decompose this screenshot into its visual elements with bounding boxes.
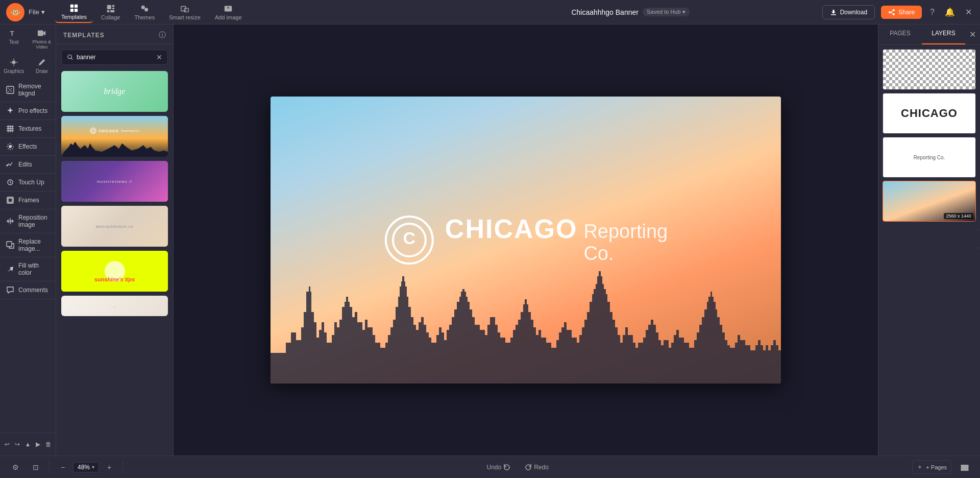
left-sidebar: T Text Photos & Video Graphics Draw Remo… [0,25,56,456]
action-frames[interactable]: Frames [0,192,56,209]
layer-item-chicago[interactable]: CHICAGO [883,93,976,134]
doc-title: Chicaahhhgo Banner [571,8,639,16]
zoom-out-button[interactable]: − [56,460,70,474]
search-bar: ✕ [61,50,168,65]
layer-chicago-label: CHICAGO [901,107,958,120]
search-icon [67,54,74,61]
notifications-icon[interactable]: 🔔 [943,5,957,19]
search-clear-icon[interactable]: ✕ [156,53,162,61]
settings-button[interactable]: ⚙ [8,460,22,474]
action-replace-image[interactable]: Replace image... [0,233,56,257]
tool-graphics[interactable]: Graphics [0,54,28,78]
svg-rect-8 [110,10,114,12]
chicago-text: CHICAGO [445,216,578,242]
file-menu[interactable]: File ▾ [29,8,45,16]
tool-photos-video[interactable]: Photos & Video [28,25,56,54]
play-icon[interactable]: ▶ [33,437,43,451]
add-pages-button[interactable]: ＋ + Pages [912,460,951,474]
zoom-controls: − 48% ▾ + [56,460,116,474]
zoom-in-button[interactable]: + [102,460,116,474]
layer-item-reporting[interactable]: Reporting Co. [883,137,976,178]
template-thumb[interactable]: bridge [61,71,168,112]
template-thumb-light[interactable]: ... [61,296,168,316]
history-toolbar: ↩ ↪ ▲ ▶ 🗑 [0,433,56,456]
action-reposition-image[interactable]: Reposition image [0,209,56,233]
svg-point-24 [7,165,8,166]
graphics-draw-group: Graphics Draw [0,54,56,78]
template-thumb-chicago[interactable]: CHICAGO Reporting Co. [61,116,168,157]
action-pro-effects[interactable]: Pro effects [0,102,56,120]
tab-layers[interactable]: LAYERS [922,25,965,44]
tool-draw[interactable]: Draw [28,54,56,78]
undo-button[interactable]: Undo [482,462,514,473]
right-sidebar: PAGES LAYERS ✕ CHICAGO Reporting Co. 256… [878,25,980,456]
action-edits[interactable]: Edits [0,156,56,174]
help-icon[interactable]: ? [928,6,937,19]
nav-tool-smart-resize[interactable]: Smart resize [163,2,207,22]
search-input[interactable] [77,54,153,61]
panel-info-icon[interactable]: ⓘ [159,31,166,40]
svg-rect-36 [961,467,968,468]
action-touch-up[interactable]: Touch Up [0,174,56,192]
action-comments[interactable]: Comments [0,281,56,299]
action-fill-with-color[interactable]: Fill with color [0,257,56,281]
doc-title-area: Chicaahhhgo Banner Saved to Hub ▾ [438,8,822,16]
crop-button[interactable]: ⊡ [29,460,43,474]
tab-pages[interactable]: PAGES [878,25,922,44]
templates-panel: TEMPLATES ⓘ ✕ bridge CHIC [56,25,174,456]
svg-rect-28 [7,242,12,247]
svg-point-29 [68,55,71,58]
panel-title: TEMPLATES [63,32,105,39]
svg-rect-2 [70,8,74,11]
layer-item-image[interactable]: 2560 x 1440 [883,181,976,222]
nav-tool-add-image[interactable]: Add image [209,2,248,22]
share-button[interactable]: Share [881,6,922,19]
svg-rect-7 [107,10,110,12]
download-button[interactable]: Download [822,5,875,19]
layer-item[interactable] [883,49,976,90]
nav-tool-templates[interactable]: Templates [55,2,93,23]
canvas-container: C CHICAGO Reporting Co. [271,97,781,384]
layers-list: CHICAGO Reporting Co. 2560 x 1440 [878,45,980,456]
saved-badge[interactable]: Saved to Hub ▾ [643,8,690,16]
layer-reporting-label: Reporting Co. [914,155,945,160]
tool-text[interactable]: T Text [0,25,28,54]
svg-rect-3 [75,8,78,11]
template-thumb-music[interactable]: musicreviews // [61,161,168,202]
divider-2 [122,461,123,473]
action-effects[interactable]: Effects [0,138,56,156]
top-nav: 🐵 File ▾ Templates Collage Themes Smart … [0,0,980,25]
canvas-frame[interactable]: C CHICAGO Reporting Co. [271,97,781,384]
banner-logo-group: C CHICAGO Reporting Co. [384,214,668,266]
svg-point-10 [144,8,148,11]
close-icon[interactable]: ✕ [963,5,974,19]
triangle-icon[interactable]: ▲ [22,437,33,451]
svg-rect-4 [107,5,111,9]
action-textures[interactable]: Textures [0,120,56,138]
template-thumb-sunshine[interactable]: sunshine's tips [61,251,168,292]
svg-rect-11 [181,6,186,11]
svg-point-31 [91,130,94,133]
banner-text-group: CHICAGO Reporting Co. [445,216,668,265]
svg-line-18 [891,12,893,14]
left-actions: Remove bkgnd Pro effects Textures Effect… [0,78,56,299]
template-thumb-abstract[interactable]: abstracttexture.co [61,206,168,247]
redo-history-btn[interactable]: ↪ [12,437,22,451]
svg-rect-5 [112,5,114,7]
zoom-percent-display[interactable]: 48% ▾ [73,462,99,472]
divider [49,461,50,473]
nav-tool-collage[interactable]: Collage [95,2,126,22]
close-panel-btn[interactable]: ✕ [965,25,980,44]
nav-tool-themes[interactable]: Themes [128,2,161,22]
reporting-co-text: Reporting Co. [583,221,668,265]
trash-icon[interactable]: 🗑 [43,437,54,451]
svg-rect-6 [112,8,114,9]
action-remove-bkgnd[interactable]: Remove bkgnd [0,78,56,102]
redo-button[interactable]: Redo [521,462,553,473]
undo-history-btn[interactable]: ↩ [2,437,12,451]
svg-point-30 [90,128,95,134]
svg-point-16 [893,13,895,15]
layers-toggle-button[interactable] [958,460,972,474]
svg-rect-0 [70,4,74,7]
templates-list: bridge CHICAGO Reporting Co. musicreview… [56,68,173,456]
